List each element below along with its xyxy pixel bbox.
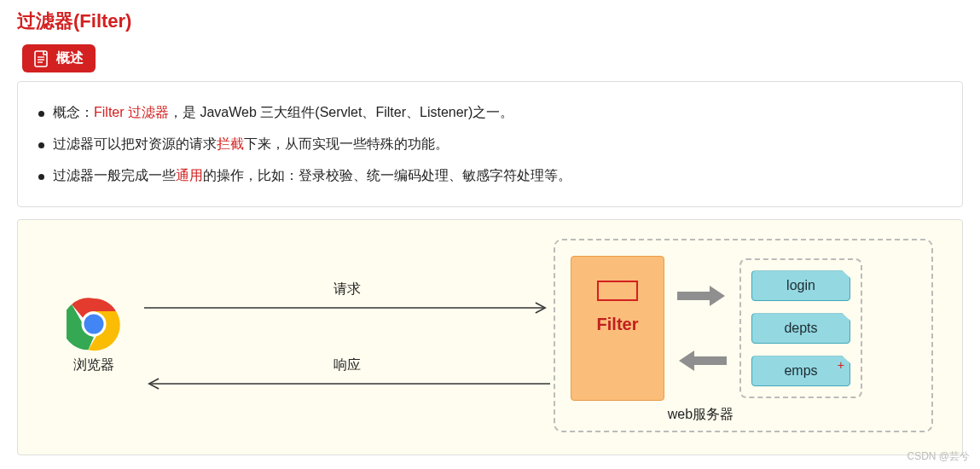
route-depts: depts: [751, 313, 850, 344]
route-emps: emps +: [751, 356, 850, 386]
arrow-thick-right-icon: [677, 284, 727, 308]
bullet-icon: [38, 142, 44, 148]
bullet-suffix: 的操作，比如：登录校验、统一编码处理、敏感字符处理等。: [203, 168, 571, 182]
browser-label: 浏览器: [73, 356, 114, 374]
overview-card: 概念：Filter 过滤器，是 JavaWeb 三大组件(Servlet、Fil…: [17, 81, 963, 207]
section-badge-label: 概述: [56, 49, 84, 67]
bullet-highlight: Filter 过滤器: [94, 105, 169, 119]
route-login: login: [751, 270, 850, 301]
bullet-icon: [38, 174, 44, 180]
bullet-icon: [38, 111, 44, 117]
arrow-left-icon: [144, 376, 550, 391]
bullet-item: 过滤器一般完成一些通用的操作，比如：登录校验、统一编码处理、敏感字符处理等。: [38, 164, 942, 188]
filter-slot-icon: [597, 281, 638, 301]
section-badge: 概述: [22, 44, 96, 72]
filter-box: Filter: [571, 256, 664, 401]
server-label: web服务器: [485, 406, 916, 424]
request-arrow-group: 请求: [144, 281, 550, 316]
arrow-right-icon: [144, 300, 550, 316]
browser-block: 浏览器: [47, 297, 141, 374]
inner-arrows: [676, 284, 728, 373]
svg-rect-0: [35, 51, 47, 67]
svg-marker-10: [679, 350, 727, 371]
bullet-highlight: 通用: [176, 168, 203, 182]
bullet-prefix: 概念：: [53, 105, 94, 119]
arrow-thick-left-icon: [677, 349, 727, 373]
chrome-icon: [67, 297, 121, 351]
page-title: 过滤器(Filter): [17, 9, 963, 34]
watermark: CSDN @芸兮: [907, 449, 970, 464]
bullet-prefix: 过滤器可以把对资源的请求: [53, 136, 217, 151]
bullet-prefix: 过滤器一般完成一些: [53, 168, 176, 182]
svg-marker-9: [677, 286, 725, 306]
bullet-item: 概念：Filter 过滤器，是 JavaWeb 三大组件(Servlet、Fil…: [38, 101, 942, 125]
document-icon: [34, 50, 49, 67]
request-label: 请求: [333, 281, 361, 298]
response-arrow-group: 响应: [144, 356, 550, 391]
response-label: 响应: [333, 356, 361, 374]
server-box: Filter login depts emps + web服务器: [554, 239, 933, 432]
diagram-card: 浏览器 请求 响应 Filter: [17, 219, 963, 455]
filter-label: Filter: [597, 315, 639, 334]
routes-box: login depts emps +: [739, 258, 862, 398]
plus-icon: +: [838, 358, 844, 372]
bullet-highlight: 拦截: [217, 136, 244, 151]
bullet-item: 过滤器可以把对资源的请求拦截下来，从而实现一些特殊的功能。: [38, 132, 942, 157]
arrows-column: 请求 响应: [141, 269, 554, 403]
bullet-suffix: ，是 JavaWeb 三大组件(Servlet、Filter、Listener)…: [169, 105, 513, 119]
bullet-suffix: 下来，从而实现一些特殊的功能。: [244, 136, 449, 151]
